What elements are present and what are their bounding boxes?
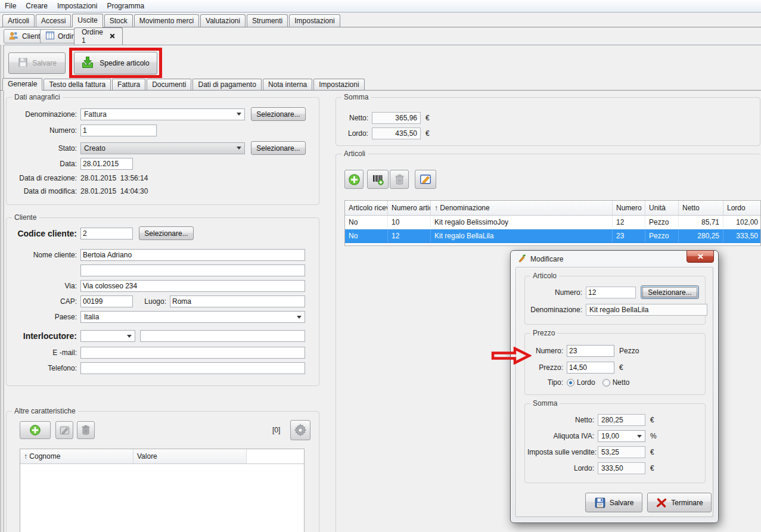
dialog-articolo-numero-label: Numero: (527, 288, 582, 297)
menu-file[interactable]: File (0, 0, 21, 12)
cliente-title: Cliente (12, 213, 39, 222)
denominazione-select[interactable]: Fattura (80, 108, 245, 120)
paese-select[interactable]: Italia (80, 311, 305, 323)
data-modifica-label: Data di modifica: (11, 187, 77, 195)
dialog-prezzo-input[interactable] (567, 362, 614, 374)
interlocutore-select[interactable] (80, 330, 135, 342)
tab-movimento-merci[interactable]: Movimento merci (134, 14, 199, 27)
telefono-input[interactable] (80, 362, 305, 374)
trash-icon (395, 174, 405, 185)
menu-impostazioni[interactable]: Impostazioni (52, 0, 102, 12)
dialog-articolo-numero-input[interactable] (586, 287, 636, 298)
tab-valutazioni[interactable]: Valutazioni (200, 14, 246, 27)
col-netto[interactable]: Netto (679, 201, 723, 215)
delete-caratteristica-button[interactable] (77, 421, 95, 439)
interlocutore-input[interactable] (140, 330, 305, 342)
interlocutore-label: Interlocutore: (11, 331, 77, 341)
add-articolo-button[interactable] (344, 170, 364, 189)
tab-strumenti[interactable]: Strumenti (247, 14, 288, 27)
salvare-toolbar-button[interactable]: Salvare (8, 52, 66, 74)
dialog-prezzo-group: Prezzo Numero: Pezzo Prezzo: € Tipo: Lor… (524, 333, 706, 395)
tab-accessi[interactable]: Accessi (36, 14, 71, 27)
settings-caratteristiche-button[interactable] (290, 420, 310, 440)
edit-caratteristica-button[interactable] (55, 421, 73, 439)
tab-fattura[interactable]: Fattura (112, 79, 145, 90)
dialog-somma-title: Somma (530, 399, 560, 407)
dialog-iva-select[interactable]: 19,00 (598, 430, 645, 442)
ordine-1-tab[interactable]: Ordine 1 (74, 27, 123, 45)
altre-caratteristiche-group: Altre caratteristiche [0] ↑ Cognome Valo… (6, 411, 319, 532)
data-input[interactable] (80, 158, 133, 170)
left-splitter[interactable] (0, 45, 4, 532)
edit-note-icon (419, 173, 432, 186)
articoli-table-header: Articolo ricevuto Numero articolo ↑ Deno… (345, 201, 760, 216)
cap-input[interactable] (80, 295, 133, 307)
nome-cliente-2-input[interactable] (80, 265, 305, 276)
dialog-prezzo-numero-input[interactable] (567, 345, 614, 357)
nome-cliente-input[interactable] (80, 249, 305, 261)
spedire-articolo-button[interactable]: Spedire articolo (74, 52, 157, 74)
edit-articolo-button[interactable] (415, 170, 436, 189)
via-input[interactable] (80, 280, 305, 292)
cliente-selezionare-button[interactable]: Selezionare... (139, 226, 194, 240)
col-numero-articolo[interactable]: Numero articolo (388, 201, 431, 215)
tab-generale[interactable]: Generale (2, 78, 42, 91)
dialog-salvare-button[interactable]: Salvare (585, 493, 642, 512)
trash-icon (81, 425, 91, 435)
articolo-row-2-selected[interactable]: No 12 Kit regalo BellaLila 23 Pezzo 280,… (345, 229, 760, 243)
somma-group: Somma Netto: 365,96 € Lordo: 435,50 € (336, 97, 760, 146)
codice-cliente-input[interactable] (80, 228, 133, 239)
denominazione-value: Fattura (84, 110, 107, 119)
add-articolo-barcode-button[interactable] (367, 170, 389, 189)
dialog-imposta-value: 53,25 (598, 446, 645, 458)
email-label: E -mail: (11, 349, 77, 357)
radio-netto[interactable] (602, 379, 610, 387)
stato-select[interactable]: Creato (80, 142, 245, 154)
articolo-row-1[interactable]: No 10 Kit regalo BelissimoJoy 12 Pezzo 8… (345, 216, 760, 229)
menu-creare[interactable]: Creare (21, 0, 52, 12)
tab-uscite[interactable]: Uscite (72, 14, 102, 27)
email-input[interactable] (80, 347, 305, 359)
col-numero[interactable]: Numero (613, 201, 645, 215)
col-articolo-ricevuto[interactable]: Articolo ricevuto (345, 201, 388, 215)
sub-tab-strip: Clienti Ordini Ordine 1 (0, 27, 761, 45)
tab-impostazioni[interactable]: Impostazioni (289, 14, 340, 27)
dialog-selezionare-button[interactable]: Selezionare... (641, 285, 699, 299)
dialog-close-button[interactable] (687, 250, 714, 263)
col-denominazione[interactable]: ↑ Denominazione (431, 201, 613, 215)
stato-selezionare-button[interactable]: Selezionare... (251, 141, 306, 155)
detail-tab-strip: Generale Testo della fattura Fattura Doc… (0, 78, 761, 91)
tab-stock[interactable]: Stock (104, 14, 133, 27)
valore-column-header[interactable]: Valore (133, 449, 247, 463)
tab-nota-interna[interactable]: Nota interna (263, 79, 312, 90)
luogo-input[interactable] (170, 295, 305, 307)
radio-lordo-label: Lordo (577, 378, 595, 387)
nome-cliente-label: Nome cliente: (11, 251, 77, 259)
clienti-button-label: Clienti (22, 32, 42, 41)
add-caratteristica-button[interactable] (20, 421, 51, 439)
dialog-netto-value: 280,25 (598, 414, 645, 426)
close-icon (697, 254, 704, 259)
close-tab-icon[interactable] (110, 32, 115, 41)
dati-anagrafici-group: Dati anagrafici Denominazione: Fattura S… (6, 97, 319, 205)
radio-lordo[interactable] (567, 379, 574, 387)
col-unita[interactable]: Unità (645, 201, 679, 215)
lordo-currency: € (425, 129, 430, 138)
tab-documenti[interactable]: Documenti (147, 79, 191, 90)
dialog-terminare-button[interactable]: Terminare (647, 493, 712, 512)
tab-testo-della-fattura[interactable]: Testo della fattura (44, 79, 111, 90)
tab-dati-di-pagamento[interactable]: Dati di pagamento (192, 79, 261, 90)
tab-articoli[interactable]: Articoli (2, 14, 35, 27)
numero-input[interactable] (80, 125, 157, 136)
dialog-iva-percent: % (650, 432, 657, 440)
col-lordo[interactable]: Lordo (723, 201, 761, 215)
denominazione-selezionare-button[interactable]: Selezionare... (251, 107, 306, 121)
numero-unit-label: Pezzo (619, 347, 639, 355)
numero-label: Numero: (11, 126, 77, 135)
tab-impostazioni-dettaglio[interactable]: Impostazioni (313, 79, 364, 90)
menu-programma[interactable]: Programma (102, 0, 149, 12)
delete-articolo-button[interactable] (390, 170, 409, 189)
spedire-articolo-label: Spedire articolo (100, 59, 149, 67)
cognome-column-header[interactable]: ↑ Cognome (20, 449, 133, 463)
prezzo-currency: € (619, 363, 623, 372)
